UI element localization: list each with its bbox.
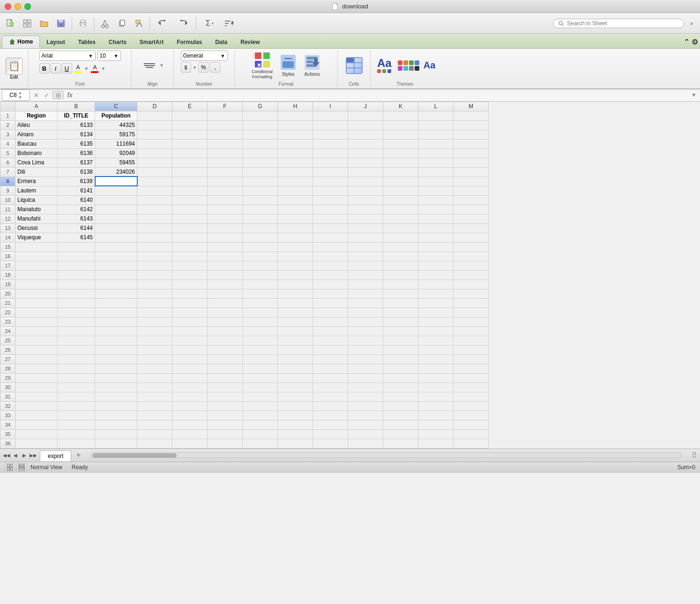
bold-button[interactable]: B xyxy=(39,63,50,74)
sort-button[interactable] xyxy=(220,16,239,31)
cell-J15[interactable] xyxy=(348,242,383,251)
cell-M31[interactable] xyxy=(454,392,489,401)
cell-L27[interactable] xyxy=(418,354,454,364)
cell-L9[interactable] xyxy=(418,186,454,195)
ribbon-collapse-button[interactable]: ⌃ xyxy=(684,37,690,46)
alignment-button[interactable] xyxy=(141,57,158,74)
cell-B20[interactable] xyxy=(58,289,95,298)
cell-B32[interactable] xyxy=(58,401,95,411)
cell-I15[interactable] xyxy=(313,242,348,251)
cell-B7[interactable]: 6138 xyxy=(58,167,95,177)
formula-expand-button[interactable]: ▼ xyxy=(690,91,698,99)
cell-I7[interactable] xyxy=(313,167,348,177)
cell-E5[interactable] xyxy=(172,148,208,158)
cell-L2[interactable] xyxy=(418,120,454,130)
cell-L20[interactable] xyxy=(418,289,454,298)
cell-J6[interactable] xyxy=(348,158,383,167)
cell-B35[interactable] xyxy=(58,429,95,439)
cell-A7[interactable]: Dili xyxy=(15,167,58,177)
cell-I26[interactable] xyxy=(313,345,348,354)
cell-D30[interactable] xyxy=(137,383,172,392)
cell-D31[interactable] xyxy=(137,392,172,401)
templates-button[interactable] xyxy=(20,16,35,31)
cell-G26[interactable] xyxy=(243,345,278,354)
cell-B31[interactable] xyxy=(58,392,95,401)
cell-B12[interactable]: 6143 xyxy=(58,214,95,223)
cell-L22[interactable] xyxy=(418,308,454,317)
cell-F7[interactable] xyxy=(208,167,243,177)
cell-J32[interactable] xyxy=(348,401,383,411)
cell-A29[interactable] xyxy=(15,373,58,383)
cell-G10[interactable] xyxy=(243,195,278,205)
underline-button[interactable]: U xyxy=(62,63,72,74)
cell-A27[interactable] xyxy=(15,354,58,364)
cell-I20[interactable] xyxy=(313,289,348,298)
cell-H27[interactable] xyxy=(278,354,313,364)
cell-F34[interactable] xyxy=(208,420,243,429)
cell-M14[interactable] xyxy=(454,233,489,242)
cell-H8[interactable] xyxy=(278,177,313,186)
col-header-C[interactable]: C xyxy=(95,102,137,111)
highlight-dropdown[interactable]: ▼ xyxy=(84,66,89,71)
cell-C3[interactable]: 59175 xyxy=(95,130,137,139)
cell-B5[interactable]: 6136 xyxy=(58,148,95,158)
sum-button[interactable]: Σ xyxy=(200,16,218,31)
cell-A10[interactable]: Liquica xyxy=(15,195,58,205)
cell-I6[interactable] xyxy=(313,158,348,167)
cell-B30[interactable] xyxy=(58,383,95,392)
cell-I19[interactable] xyxy=(313,280,348,289)
cell-J28[interactable] xyxy=(348,364,383,373)
cell-C24[interactable] xyxy=(95,326,137,336)
cell-I27[interactable] xyxy=(313,354,348,364)
cell-F29[interactable] xyxy=(208,373,243,383)
cell-E13[interactable] xyxy=(172,223,208,233)
cell-M33[interactable] xyxy=(454,411,489,420)
cell-D34[interactable] xyxy=(137,420,172,429)
cell-I4[interactable] xyxy=(313,139,348,148)
cell-M25[interactable] xyxy=(454,336,489,345)
cell-H6[interactable] xyxy=(278,158,313,167)
cell-K25[interactable] xyxy=(383,336,418,345)
cell-G25[interactable] xyxy=(243,336,278,345)
cell-H15[interactable] xyxy=(278,242,313,251)
tab-home[interactable]: Home xyxy=(2,36,40,48)
cell-E12[interactable] xyxy=(172,214,208,223)
cell-H3[interactable] xyxy=(278,130,313,139)
cell-C32[interactable] xyxy=(95,401,137,411)
cell-L6[interactable] xyxy=(418,158,454,167)
theme-color-7[interactable] xyxy=(409,66,414,71)
cell-H9[interactable] xyxy=(278,186,313,195)
cell-B36[interactable] xyxy=(58,439,95,448)
cell-E9[interactable] xyxy=(172,186,208,195)
number-format-selector[interactable]: General ▼ xyxy=(181,51,228,61)
cell-K31[interactable] xyxy=(383,392,418,401)
cell-E23[interactable] xyxy=(172,317,208,326)
cell-I28[interactable] xyxy=(313,364,348,373)
cell-F22[interactable] xyxy=(208,308,243,317)
cell-F3[interactable] xyxy=(208,130,243,139)
cell-B34[interactable] xyxy=(58,420,95,429)
add-sheet-button[interactable]: + xyxy=(73,450,83,460)
cell-C30[interactable] xyxy=(95,383,137,392)
cell-D32[interactable] xyxy=(137,401,172,411)
cell-M18[interactable] xyxy=(454,270,489,280)
cell-J4[interactable] xyxy=(348,139,383,148)
cell-D14[interactable] xyxy=(137,233,172,242)
cell-B24[interactable] xyxy=(58,326,95,336)
cell-A17[interactable] xyxy=(15,261,58,270)
cell-C28[interactable] xyxy=(95,364,137,373)
cell-J29[interactable] xyxy=(348,373,383,383)
cell-C11[interactable] xyxy=(95,205,137,214)
cell-A4[interactable]: Baucau xyxy=(15,139,58,148)
cell-G20[interactable] xyxy=(243,289,278,298)
cell-J11[interactable] xyxy=(348,205,383,214)
cell-L10[interactable] xyxy=(418,195,454,205)
cell-K36[interactable] xyxy=(383,439,418,448)
cell-J17[interactable] xyxy=(348,261,383,270)
cell-L4[interactable] xyxy=(418,139,454,148)
cell-H14[interactable] xyxy=(278,233,313,242)
cell-K5[interactable] xyxy=(383,148,418,158)
cell-I21[interactable] xyxy=(313,298,348,308)
cell-J16[interactable] xyxy=(348,251,383,261)
cell-M1[interactable] xyxy=(454,111,489,120)
